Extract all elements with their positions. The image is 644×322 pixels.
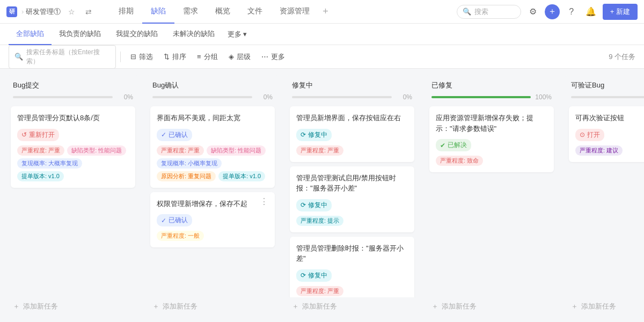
cards-fixing: 管理员新增界面，保存按钮应在右 ⟳ 修复中 严重程度: 严重 管理员管理测试启用… (286, 104, 419, 297)
card-title: 管理员管理分页默认8条/页 (17, 113, 129, 123)
status-badge: ⟳ 修复中 (296, 129, 332, 141)
status-label: 修复中 (308, 201, 327, 210)
cards-submitted: 管理员管理分页默认8条/页 ↺ 重新打开 严重程度: 严重缺陷类型: 性能问题复… (6, 104, 140, 297)
status-icon: ⊙ (580, 131, 585, 138)
progress-bar-wrap (571, 96, 644, 98)
subtab-mine[interactable]: 我负责的缺陷 (52, 24, 108, 45)
kanban-board: Bug提交 0% 管理员管理分页默认8条/页 ↺ 重新打开 严重程度: 严重缺陷… (0, 69, 644, 322)
tab-bug[interactable]: 缺陷 (142, 0, 174, 24)
global-search[interactable]: 🔍 搜索 (457, 5, 521, 19)
progress-bar-wrap (292, 96, 392, 98)
add-task-fixing[interactable]: ＋ 添加新任务 (286, 297, 419, 316)
add-task-confirmed[interactable]: ＋ 添加新任务 (146, 297, 279, 316)
sort-button[interactable]: ⇅ 排序 (158, 49, 192, 64)
card-tag: 严重程度: 建议 (575, 145, 623, 156)
subtab-all[interactable]: 全部缺陷 (9, 24, 52, 45)
add-tab-button[interactable]: + (318, 0, 333, 24)
filter-button[interactable]: ⊟ 筛选 (125, 49, 158, 64)
kanban-card[interactable]: 管理员新增界面，保存按钮应在右 ⟳ 修复中 严重程度: 严重 (290, 106, 414, 162)
kanban-card[interactable]: 管理员管理测试启用/禁用按钮时报："服务器开小差" ⟳ 修复中 严重程度: 提示 (290, 166, 414, 232)
chevron-right-icon: › (21, 8, 24, 16)
new-button[interactable]: + 新建 (603, 4, 638, 20)
tab-overview[interactable]: 概览 (207, 0, 239, 24)
card-tag: 严重程度: 严重 (296, 286, 343, 296)
card-tags: 严重程度: 严重缺陷类型: 性能问题复现概率: 小概率复现原因分析: 重复问题提… (157, 145, 268, 181)
more-button[interactable]: ⋯ 更多 (256, 49, 290, 64)
progress-bar (431, 96, 531, 98)
subtab-submitted[interactable]: 我提交的缺陷 (108, 24, 165, 45)
col-title-submitted: Bug提交 (13, 80, 133, 90)
task-search[interactable]: 🔍 搜索任务标题（按Enter搜索） (9, 45, 116, 69)
filter-icon: ⊟ (130, 53, 136, 61)
status-label: 已确认 (169, 130, 188, 140)
progress-text: 0% (117, 93, 133, 101)
bell-icon[interactable]: 🔔 (583, 4, 598, 19)
card-tag: 严重程度: 严重 (157, 145, 204, 156)
col-title-resolved: 已修复 (431, 80, 552, 90)
card-tags: 严重程度: 严重 (296, 286, 408, 296)
more-icon: ⋯ (261, 53, 268, 61)
cards-verify: 可再次验证按钮 ⊙ 打开 严重程度: 建议 (565, 104, 644, 297)
nav-breadcrumb-icons: › (21, 8, 24, 16)
breadcrumb-item[interactable]: 研发管理① (26, 7, 61, 17)
kanban-card[interactable]: 界面布局不美观，间距太宽 ✓ 已确认 严重程度: 严重缺陷类型: 性能问题复现概… (150, 106, 275, 188)
help-icon[interactable]: ? (564, 4, 579, 19)
plus-icon: ＋ (431, 302, 438, 311)
add-circle-icon[interactable]: ＋ (545, 4, 560, 19)
card-tag: 原因分析: 重复问题 (157, 171, 216, 181)
status-badge: ✓ 已确认 (157, 129, 192, 141)
kanban-card[interactable]: 可再次验证按钮 ⊙ 打开 严重程度: 建议 (569, 106, 644, 162)
sub-tabs: 全部缺陷 我负责的缺陷 我提交的缺陷 未解决的缺陷 更多 ▾ (0, 24, 644, 45)
card-title: 管理员管理测试启用/禁用按钮时报："服务器开小差" (296, 173, 408, 194)
nav-tabs: 排期 缺陷 需求 概览 文件 资源管理 + (110, 0, 454, 24)
tab-schedule[interactable]: 排期 (110, 0, 142, 24)
kanban-card[interactable]: ⋮ 权限管理新增保存，保存不起 ✓ 已确认 严重程度: 一般 (150, 192, 275, 248)
add-task-label: 添加新任务 (302, 302, 337, 311)
col-title-fixing: 修复中 (292, 80, 412, 90)
search-icon: 🔍 (463, 8, 471, 16)
col-header-confirmed: Bug确认 0% (146, 75, 279, 104)
plus-icon: ＋ (571, 302, 578, 311)
cards-resolved: 应用资源管理新增保存失败；提示："请求参数错误" ✔ 已解决 严重程度: 致命 (425, 104, 558, 297)
card-menu-icon[interactable]: ⋮ (260, 196, 268, 207)
card-tag: 缺陷类型: 性能问题 (67, 145, 126, 156)
star-icon[interactable]: ☆ (65, 5, 78, 18)
add-task-submitted[interactable]: ＋ 添加新任务 (6, 297, 140, 316)
filter-icon[interactable]: ⚙ (525, 4, 540, 19)
col-header-submitted: Bug提交 0% (6, 75, 140, 104)
card-title: 权限管理新增保存，保存不起 (157, 199, 268, 209)
tab-file[interactable]: 文件 (239, 0, 271, 24)
tab-resource[interactable]: 资源管理 (271, 0, 318, 24)
status-icon: ✔ (440, 142, 445, 149)
card-tag: 严重程度: 严重 (296, 145, 343, 156)
layer-button[interactable]: ◈ 层级 (223, 49, 256, 64)
chevron-down-icon: ▾ (243, 30, 247, 38)
card-tags: 严重程度: 严重 (296, 145, 408, 156)
task-count: 9 个任务 (609, 52, 635, 62)
status-label: 已确认 (169, 216, 188, 225)
add-task-resolved[interactable]: ＋ 添加新任务 (425, 297, 558, 316)
progress-text: 0% (257, 93, 273, 101)
more-label: 更多 (271, 52, 285, 62)
add-task-label: 添加新任务 (581, 302, 616, 311)
divider-1 (120, 52, 121, 62)
progress-text: 0% (396, 93, 412, 101)
subtab-unresolved[interactable]: 未解决的缺陷 (165, 24, 222, 45)
group-button[interactable]: ≡ 分组 (192, 49, 223, 64)
tab-requirement[interactable]: 需求 (174, 0, 207, 24)
kanban-card[interactable]: 管理员管理分页默认8条/页 ↺ 重新打开 严重程度: 严重缺陷类型: 性能问题复… (11, 106, 135, 188)
refresh-icon[interactable]: ⇄ (82, 5, 95, 18)
kanban-card[interactable]: 管理员管理删除时报："服务器开小差" ⟳ 修复中 严重程度: 严重 (290, 237, 414, 298)
progress-bar-wrap (431, 96, 531, 98)
search-placeholder: 搜索 (474, 7, 488, 17)
card-tag: 提单版本: v1.0 (17, 171, 64, 181)
group-label: 分组 (204, 52, 218, 62)
col-progress-verify: 0% (571, 93, 644, 101)
add-task-verify[interactable]: ＋ 添加新任务 (565, 297, 644, 316)
search-placeholder-text: 搜索任务标题（按Enter搜索） (26, 48, 110, 66)
kanban-col-verify: 可验证Bug 0% 可再次验证按钮 ⊙ 打开 严重程度: 建议 ＋ 添加新任务 (565, 75, 644, 316)
status-icon: ✓ (161, 217, 166, 224)
card-title: 可再次验证按钮 (575, 113, 644, 123)
subtab-more[interactable]: 更多 ▾ (222, 30, 252, 39)
kanban-card[interactable]: 应用资源管理新增保存失败；提示："请求参数错误" ✔ 已解决 严重程度: 致命 (429, 106, 554, 172)
